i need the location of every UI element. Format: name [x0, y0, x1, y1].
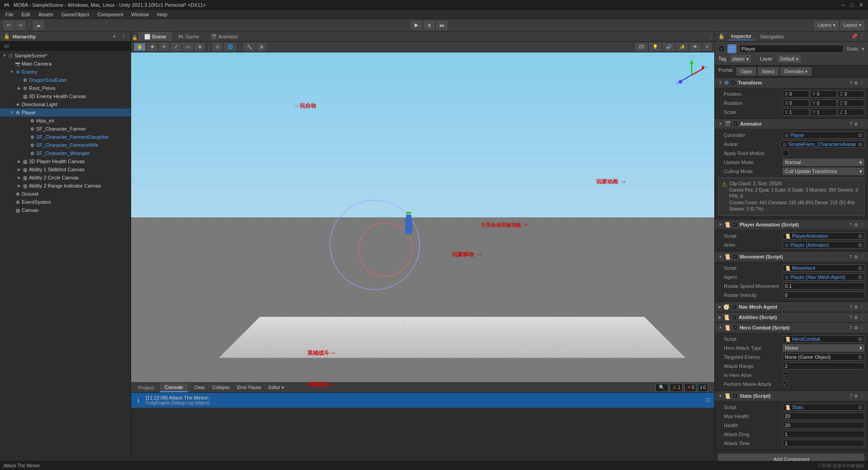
tree-item-ability2circle[interactable]: ▶ ▥ Ability 2 Circle Canvas [0, 174, 131, 182]
layers-dropdown[interactable]: Layers ▾ [815, 21, 839, 30]
menu-file[interactable]: File [2, 11, 17, 18]
prop-sz[interactable]: Z1 [838, 108, 864, 116]
tree-item-maincamera[interactable]: ▶ 📷 Main Camera [0, 60, 131, 68]
apply-root-motion-checkbox[interactable] [783, 150, 789, 156]
editor-dropdown-button[interactable]: Editor ▾ [266, 384, 287, 392]
tree-item-samplescene[interactable]: ▼ ⬡ SampleScene* [0, 52, 131, 60]
component-settings-icon[interactable]: ⚙ [854, 394, 858, 399]
window-controls[interactable]: ─ □ ✕ [840, 2, 864, 8]
tag-dropdown[interactable]: player ▾ [730, 55, 751, 62]
tree-item-wrangler[interactable]: ▶ ⚙ SF_Character_Wrangler [0, 149, 131, 157]
tree-item-farmersdaughter[interactable]: ▶ ⚙ SF_Character_FarmersDaughter [0, 133, 131, 141]
console-search[interactable]: 🔍 [656, 384, 668, 392]
component-player-animation-header[interactable]: ▼ 📜 ✓ Player Animation (Script) ? ⚙ ⋮ [715, 220, 868, 230]
component-menu-icon[interactable]: ⋮ [860, 122, 864, 127]
prop-health-value[interactable]: 20 [783, 422, 864, 429]
hierarchy-search-input[interactable] [0, 42, 131, 51]
abilities-enabled-checkbox[interactable]: ✓ [731, 315, 737, 320]
scene-grid-btn[interactable]: ⊞ [257, 43, 267, 51]
tree-item-ability2range[interactable]: ▶ ▥ Ability 2 Range Indicator Canvas [0, 182, 131, 190]
tab-inspector[interactable]: Inspector [728, 33, 754, 40]
scene-tool-transform[interactable]: ⊕ [195, 43, 205, 51]
avatar-link[interactable]: SimpleFarm_CharactersAvatar [788, 141, 856, 147]
scene-vfx-btn[interactable]: ✨ [676, 43, 688, 51]
step-button[interactable]: ⏭ [436, 21, 447, 30]
component-menu-icon[interactable]: ⋮ [860, 394, 864, 399]
perform-melee-attack-checkbox[interactable]: ✓ [783, 381, 789, 387]
play-button[interactable]: ▶ [411, 21, 422, 30]
controller-pick-icon[interactable]: ⊙ [858, 132, 862, 138]
prop-attack-time-value[interactable]: 1 [783, 440, 864, 447]
toolbar-history-forward[interactable]: ↪ [15, 21, 25, 30]
component-help-icon[interactable]: ? [849, 325, 852, 330]
toolbar-cloud[interactable]: ☁ [33, 21, 44, 30]
prop-rx[interactable]: X0 [783, 99, 809, 107]
prop-y[interactable]: Y0 [810, 90, 837, 98]
menu-assets[interactable]: Assets [35, 11, 57, 18]
prop-attack-dmg-value[interactable]: 1 [783, 431, 864, 438]
animator-enabled-checkbox[interactable]: ✓ [733, 121, 738, 127]
transform-enabled-checkbox[interactable]: ✓ [731, 80, 736, 85]
component-transform-header[interactable]: ▼ ⊕ ✓ Transform ? ⚙ ⋮ [715, 78, 868, 88]
tree-item-enemy[interactable]: ▼ ⚙ Enemy [0, 68, 131, 76]
tree-item-farmer[interactable]: ▶ ⚙ SF_Character_Farmer [0, 125, 131, 133]
script-pick-icon[interactable]: ⊙ [858, 404, 862, 410]
clear-button[interactable]: Clear [192, 384, 208, 392]
agent-pick-icon[interactable]: ⊙ [858, 274, 862, 280]
static-chevron-icon[interactable]: ▾ [862, 46, 864, 52]
culling-mode-dropdown[interactable]: Cull Update Transforms ▾ [783, 168, 864, 175]
menu-window[interactable]: Window [127, 11, 152, 18]
tree-item-eventsystem[interactable]: ▶ ⚙ EventSystem [0, 198, 131, 206]
tab-scene[interactable]: ⬜ Scene [138, 32, 172, 41]
hierarchy-menu-icon[interactable]: ⋮ [120, 33, 127, 40]
console-warning-filter[interactable]: ⚠ 1 [670, 384, 683, 392]
object-name-input[interactable] [739, 45, 844, 53]
tab-navigation[interactable]: Navigation [758, 33, 787, 40]
scene-more-btn[interactable]: ≡ [703, 43, 712, 51]
component-navmesh-header[interactable]: ▶ 🧭 ✓ Nav Mesh Agent ? ⚙ ⋮ [715, 302, 868, 312]
scene-view-global[interactable]: 🌐 [224, 43, 236, 51]
tree-item-playercanvas[interactable]: ▶ ▥ 3D Player Health Canvas [0, 157, 131, 165]
scene-tool-hand[interactable]: ✋ [134, 43, 146, 51]
anim-pick-icon[interactable]: ⊙ [858, 242, 862, 248]
update-mode-dropdown[interactable]: Normal ▾ [783, 159, 864, 166]
prefab-overrides-button[interactable]: Overrides ▾ [780, 67, 811, 75]
script-link[interactable]: PlayerAnimation [792, 233, 828, 239]
prefab-open-button[interactable]: Open [736, 67, 755, 75]
scene-snap-btn[interactable]: 🔧 [244, 43, 255, 51]
error-pause-button[interactable]: Error Pause [234, 384, 264, 392]
hierarchy-add-icon[interactable]: + [111, 33, 118, 40]
component-menu-icon[interactable]: ⋮ [860, 222, 864, 227]
inspector-menu-icon[interactable]: ⋮ [859, 33, 864, 39]
component-help-icon[interactable]: ? [849, 254, 852, 259]
pause-button[interactable]: ⏸ [424, 21, 434, 30]
prop-anim-value[interactable]: ⊙ Player (Animator) ⊙ [783, 241, 864, 249]
is-hero-alive-checkbox[interactable]: ✓ [783, 372, 789, 378]
prop-rotate-velocity-value[interactable]: 0 [783, 291, 864, 299]
component-settings-icon[interactable]: ⚙ [854, 122, 858, 127]
menu-edit[interactable]: Edit [18, 11, 34, 18]
avatar-pick-icon[interactable]: ⊙ [858, 141, 862, 147]
scene-view-center[interactable]: ⊙ [212, 43, 222, 51]
object-active-checkbox[interactable]: ✓ [718, 46, 725, 52]
agent-link[interactable]: Player (Nav Mesh Agent) [790, 274, 845, 280]
component-menu-icon[interactable]: ⋮ [860, 315, 864, 320]
scene-tool-move[interactable]: ✥ [147, 43, 157, 51]
prop-controller-value[interactable]: ⊙ Player ⊙ [783, 132, 864, 139]
component-settings-icon[interactable]: ⚙ [854, 222, 858, 227]
tree-item-options[interactable]: ⋮ [124, 110, 129, 115]
tree-item-player[interactable]: ▼ ⚙ Player ⋮ [0, 108, 131, 117]
navmesh-enabled-checkbox[interactable]: ✓ [731, 304, 737, 310]
script-pick-icon[interactable]: ⊙ [858, 233, 862, 239]
component-settings-icon[interactable]: ⚙ [854, 80, 858, 85]
prop-agent-value[interactable]: ⊙ Player (Nav Mesh Agent) ⊙ [783, 273, 864, 281]
prop-x[interactable]: X0 [783, 90, 809, 98]
tree-item-dragonsoul[interactable]: ▶ ⚙ DragonSoulEater [0, 76, 131, 84]
tree-item-ability1[interactable]: ▶ ▥ Ability 1 Skillshot Canvas [0, 165, 131, 174]
prop-script-value[interactable]: 📜 Movement ⊙ [783, 264, 864, 272]
console-error-filter[interactable]: ✕ 0 [684, 384, 697, 392]
menu-help[interactable]: Help [153, 11, 171, 18]
component-help-icon[interactable]: ? [849, 394, 852, 399]
stats-enabled-checkbox[interactable]: ✓ [732, 393, 738, 399]
targeted-enemy-pick-icon[interactable]: ⊙ [858, 354, 862, 360]
